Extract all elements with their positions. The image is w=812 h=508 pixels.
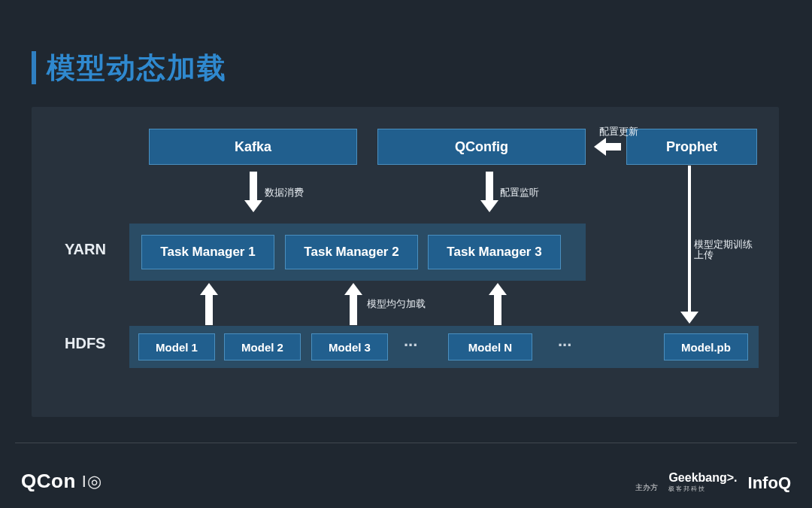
- footer-left: QCon I◎: [21, 470, 102, 493]
- footer-right: 主办方 Geekbang>. 极客邦科技 InfoQ: [635, 471, 791, 493]
- model-1-box: Model 1: [138, 333, 215, 360]
- anno-data-consume: 数据消费: [265, 186, 304, 199]
- anno-model-balance: 模型均匀加载: [367, 297, 426, 311]
- geekbang-subtext: 极客邦科技: [668, 485, 737, 493]
- infoq-logo-text: InfoQ: [748, 473, 791, 493]
- anno-config-listen: 配置监听: [500, 186, 539, 199]
- anno-config-update: 配置更新: [599, 125, 638, 138]
- task-manager-2-box: Task Manager 2: [285, 235, 418, 269]
- arrow-model-to-tm1: [202, 283, 216, 325]
- kafka-box: Kafka: [149, 129, 357, 165]
- ellipsis-2: ···: [558, 336, 571, 355]
- ellipsis-1: ···: [404, 336, 417, 355]
- geekbang-text: Geekbang>.: [668, 471, 737, 484]
- qcon-logo-text: QCon: [21, 470, 76, 493]
- yarn-label: YARN: [65, 241, 106, 258]
- arrow-model-to-tm2: [347, 283, 360, 325]
- hdfs-label: HDFS: [65, 335, 105, 352]
- arrow-qconfig-down: [483, 172, 496, 214]
- title-text: 模型动态加载: [47, 49, 227, 87]
- task-manager-1-box: Task Manager 1: [141, 235, 274, 269]
- diagram-panel: Kafka QConfig Prophet YARN Task Manager …: [32, 107, 779, 417]
- model-2-box: Model 2: [224, 333, 301, 360]
- task-manager-3-box: Task Manager 3: [428, 235, 561, 269]
- prophet-box: Prophet: [626, 129, 757, 165]
- arrow-model-to-tm3: [491, 283, 504, 325]
- geekbang-logo: Geekbang>. 极客邦科技: [668, 471, 737, 493]
- model-pb-box: Model.pb: [664, 333, 748, 360]
- model-3-box: Model 3: [311, 333, 388, 360]
- anno-model-train-upload: 模型定期训练上传: [694, 239, 762, 261]
- arrow-kafka-down: [247, 172, 260, 214]
- qconfig-box: QConfig: [377, 129, 586, 165]
- model-n-box: Model N: [448, 333, 532, 360]
- arrow-prophet-to-qconfig: [594, 140, 621, 154]
- qcon-io-text: I◎: [82, 472, 102, 491]
- host-label: 主办方: [635, 482, 658, 493]
- title-accent-bar: [32, 51, 36, 84]
- footer-divider: [15, 443, 797, 443]
- slide-title: 模型动态加载: [32, 51, 227, 84]
